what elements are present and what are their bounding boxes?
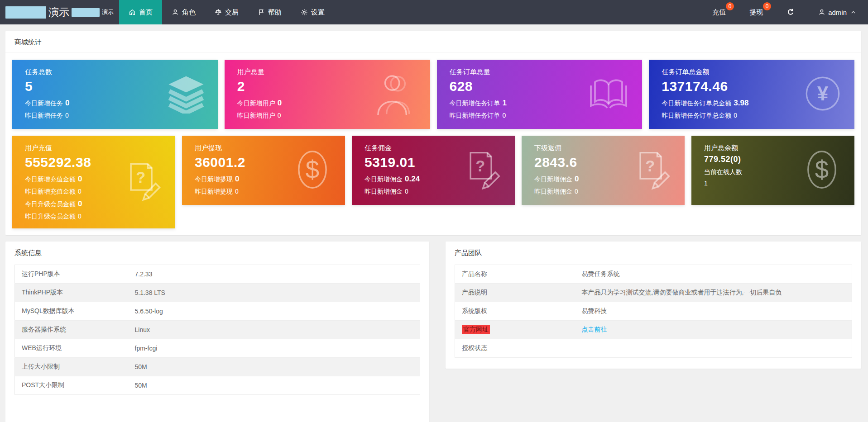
top-navbar: 演示 演示 首页角色交易帮助设置 充值 0 提现 0 admin (0, 0, 868, 24)
stat-card-user-recharge: 用户充值555292.38今日新增充值金额0昨日新增充值金额0今日升级会员金额0… (12, 136, 175, 228)
highlighted-label: 官方网址 (462, 325, 490, 334)
logo-censored-block-2 (72, 8, 100, 17)
nav-item-help[interactable]: 帮助 (248, 0, 291, 24)
recharge-label: 充值 (712, 8, 726, 17)
nav-item-settings[interactable]: 设置 (291, 0, 334, 24)
stat-card-title: 用户总余额 (704, 144, 842, 152)
stat-card-line: 昨日新增佣金0 (364, 188, 502, 195)
stat-card-line: 昨日升级会员金额0 (25, 213, 163, 220)
row-value: 5.1.38 LTS (128, 283, 420, 302)
stat-card-value: 5 (25, 79, 205, 95)
system-info-title: 系统信息 (5, 242, 429, 260)
table-row: 产品名称易赞任务系统 (455, 265, 852, 283)
nav-item-label: 交易 (225, 8, 239, 17)
refresh-button[interactable] (775, 0, 806, 24)
stat-card-value: 2843.6 (534, 155, 672, 171)
table-row: 运行PHP版本7.2.33 (15, 265, 420, 283)
bottom-section: 系统信息 运行PHP版本7.2.33ThinkPHP版本5.1.38 LTSMy… (5, 242, 861, 422)
withdraw-button[interactable]: 提现 0 (738, 0, 775, 24)
stat-card-line: 1 (704, 180, 842, 187)
user-menu[interactable]: admin (806, 0, 868, 24)
main-menu: 首页角色交易帮助设置 (119, 0, 334, 24)
table-row: WEB运行环境fpm-fcgi (15, 339, 420, 357)
stat-card-line: 昨日新增提现0 (195, 188, 332, 195)
table-row: 上传大小限制50M (15, 357, 420, 376)
logo: 演示 演示 (0, 0, 119, 24)
stat-card-line: 昨日新增佣金0 (534, 188, 672, 195)
stat-card-line: 今日新增佣金0.24 (364, 175, 502, 184)
row-value: fpm-fcgi (128, 339, 420, 357)
nav-item-home[interactable]: 首页 (119, 0, 162, 24)
stat-card-sub-commission: 下级返佣2843.6今日新增佣金0昨日新增佣金0? (522, 136, 685, 205)
stat-card-title: 用户总量 (237, 68, 417, 76)
table-row: 服务器操作系统Linux (15, 320, 420, 339)
chevron-up-icon (850, 9, 856, 15)
stat-card-line: 今日新增提现0 (195, 175, 332, 184)
stat-card-line: 今日新增任务订单1 (450, 99, 630, 108)
stats-panel: 商城统计 任务总数5今日新增任务0昨日新增任务0用户总量2今日新增用户0昨日新增… (5, 31, 861, 235)
row-value: 5.6.50-log (128, 302, 420, 320)
stat-card-task-commission: 任务佣金5319.01今日新增佣金0.24昨日新增佣金0? (352, 136, 515, 205)
gear-icon (301, 9, 308, 16)
logo-censored-block (5, 6, 46, 19)
row-label: 上传大小限制 (15, 357, 128, 376)
nav-item-roles[interactable]: 角色 (162, 0, 205, 24)
stat-card-title: 下级返佣 (534, 144, 672, 152)
row-value: 7.2.33 (128, 265, 420, 283)
stat-card-line: 昨日新增用户0 (237, 112, 417, 119)
row-label: 产品说明 (455, 283, 575, 302)
stat-card-value: 779.52(0) (704, 155, 842, 164)
stat-card-user-withdraw: 用户提现36001.2今日新增提现0昨日新增提现0$ (182, 136, 345, 205)
stat-card-tasks-total: 任务总数5今日新增任务0昨日新增任务0 (12, 60, 218, 129)
row-value: 本产品只为学习测试交流,请勿要做商业或者用于违法行为,一切后果自负 (575, 283, 852, 302)
refresh-icon (786, 8, 795, 16)
table-row: 官方网址点击前往 (455, 320, 852, 339)
stat-card-title: 任务佣金 (364, 144, 502, 152)
row-value: 易赞任务系统 (575, 265, 852, 283)
nav-item-trade[interactable]: 交易 (205, 0, 248, 24)
product-team-table: 产品名称易赞任务系统产品说明本产品只为学习测试交流,请勿要做商业或者用于违法行为… (455, 265, 852, 358)
row-label: 授权状态 (455, 339, 575, 357)
nav-item-label: 首页 (139, 8, 153, 17)
row-label: ThinkPHP版本 (15, 283, 128, 302)
table-row: 系统版权易赞科技 (455, 302, 852, 320)
stat-card-value: 555292.38 (25, 155, 163, 171)
stat-card-title: 用户充值 (25, 144, 163, 152)
row-label: 运行PHP版本 (15, 265, 128, 283)
stat-card-line: 昨日新增任务0 (25, 112, 205, 119)
user-icon (172, 9, 179, 16)
stat-card-line: 今日新增佣金0 (534, 175, 672, 184)
product-team-panel: 产品团队 产品名称易赞任务系统产品说明本产品只为学习测试交流,请勿要做商业或者用… (446, 242, 861, 369)
stat-card-value: 36001.2 (195, 155, 332, 171)
stats-row-2: 用户充值555292.38今日新增充值金额0昨日新增充值金额0今日升级会员金额0… (12, 136, 854, 228)
navbar-right: 充值 0 提现 0 admin (700, 0, 868, 24)
stat-card-line: 昨日新增任务订单总金额0 (662, 112, 842, 119)
row-label: MySQL数据库版本 (15, 302, 128, 320)
table-row: 授权状态 (455, 339, 852, 357)
recharge-button[interactable]: 充值 0 (700, 0, 738, 24)
row-value: Linux (128, 320, 420, 339)
recharge-badge: 0 (726, 2, 734, 10)
row-label: POST大小限制 (15, 376, 128, 394)
nav-item-label: 设置 (311, 8, 325, 17)
stat-card-task-orders-amount: 任务订单总金额137174.46今日新增任务订单总金额3.98昨日新增任务订单总… (649, 60, 854, 129)
stat-card-value: 2 (237, 79, 417, 95)
stat-card-value: 137174.46 (662, 79, 842, 95)
table-row: POST大小限制50M (15, 376, 420, 394)
person-icon (373, 71, 418, 118)
system-info-panel: 系统信息 运行PHP版本7.2.33ThinkPHP版本5.1.38 LTSMy… (5, 242, 429, 422)
product-team-title: 产品团队 (446, 242, 861, 260)
stat-card-user-balance: 用户总余额779.52(0)当前在线人数1$ (691, 136, 854, 205)
stat-card-line: 今日升级会员金额0 (25, 199, 163, 209)
stat-card-task-orders-total: 任务订单总量628今日新增任务订单1昨日新增任务订单0 (437, 60, 643, 129)
stat-card-users-total: 用户总量2今日新增用户0昨日新增用户0 (225, 60, 430, 129)
withdraw-badge: 0 (763, 2, 771, 10)
stat-card-line: 今日新增用户0 (237, 99, 417, 108)
row-label: WEB运行环境 (15, 339, 128, 357)
stat-card-title: 任务订单总金额 (662, 68, 842, 76)
official-site-link[interactable]: 点击前往 (582, 326, 607, 333)
stats-row-1: 任务总数5今日新增任务0昨日新增任务0用户总量2今日新增用户0昨日新增用户0任务… (12, 60, 854, 129)
table-row: ThinkPHP版本5.1.38 LTS (15, 283, 420, 302)
nav-item-label: 角色 (182, 8, 196, 17)
table-row: 产品说明本产品只为学习测试交流,请勿要做商业或者用于违法行为,一切后果自负 (455, 283, 852, 302)
